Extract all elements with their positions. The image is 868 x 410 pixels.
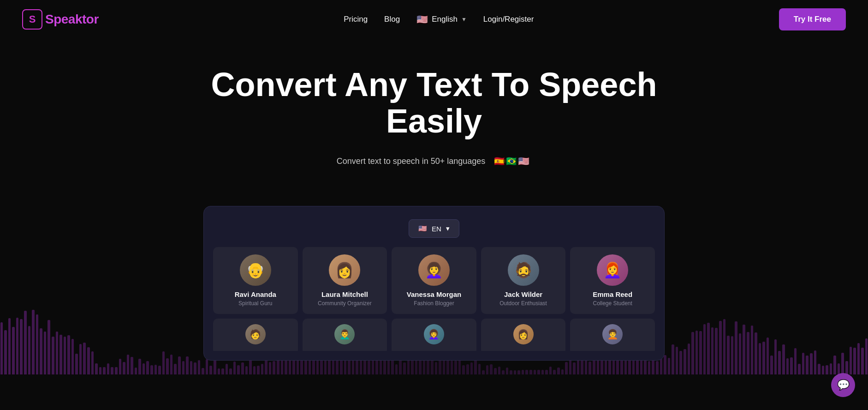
wave-bar	[182, 361, 185, 375]
wave-bar	[269, 362, 272, 374]
panel-lang-dropdown[interactable]: 🇺🇸 EN ▾	[409, 219, 459, 238]
nav-links: Pricing Blog 🇺🇸 English ▼ Login/Register	[344, 14, 534, 25]
wave-bar	[541, 370, 544, 375]
wave-bar	[486, 365, 489, 374]
wave-bar	[155, 365, 157, 375]
hero-title: Convert Any Text To Speech Easily	[180, 66, 688, 139]
nav-item-pricing[interactable]: Pricing	[344, 15, 368, 24]
voice-grid-row2: 🧑 👨‍🦱 👩‍🦱 👩 🧑‍🦱	[213, 319, 655, 351]
wave-bar	[549, 367, 552, 374]
voice-card-vanessa[interactable]: 👩‍🦱 Vanessa Morgan Fashion Blogger	[392, 247, 476, 314]
wave-bar	[830, 363, 832, 374]
chat-icon: 💬	[837, 379, 850, 391]
logo-text: Speaktor	[45, 12, 99, 27]
login-link[interactable]: Login/Register	[483, 15, 534, 24]
voice-card-jack[interactable]: 🧔 Jack Wilder Outdoor Enthusiast	[481, 247, 566, 314]
wave-bar	[198, 360, 201, 374]
wave-bar	[573, 362, 576, 374]
voice-name-ravi: Ravi Ananda	[219, 290, 292, 298]
voice-card-v7[interactable]: 👨‍🦱	[303, 319, 387, 351]
wave-bar	[435, 362, 438, 375]
wave-bar	[845, 361, 848, 374]
logo-icon: S	[22, 9, 42, 30]
wave-bar	[798, 364, 801, 374]
wave-bar	[490, 364, 493, 375]
voice-card-v10[interactable]: 🧑‍🦱	[570, 319, 655, 351]
wave-bar	[138, 359, 141, 374]
panel-lang-flag: 🇺🇸	[418, 224, 427, 233]
wave-bar	[462, 365, 465, 374]
wave-bar	[494, 368, 497, 374]
wave-bar	[624, 360, 627, 374]
wave-bar	[545, 370, 548, 375]
wave-bar	[620, 360, 623, 375]
wave-bar	[818, 364, 820, 375]
logo-letter: S	[29, 13, 36, 25]
wave-bar	[652, 359, 654, 374]
wave-bar	[249, 359, 252, 374]
voice-panel: 🇺🇸 EN ▾ 👴 Ravi Ananda Spiritual Guru 👩 L…	[203, 206, 665, 361]
wave-bar	[257, 366, 260, 374]
wave-bar	[506, 368, 509, 375]
voice-card-v9[interactable]: 👩	[481, 319, 566, 351]
chevron-down-icon: ▼	[461, 16, 467, 23]
voice-card-v6[interactable]: 🧑	[213, 319, 298, 351]
wave-bar	[202, 368, 204, 374]
wave-bar	[517, 370, 520, 375]
wave-bar	[233, 362, 236, 374]
wave-bar	[218, 368, 220, 375]
wave-bar	[636, 360, 639, 375]
nav-item-login[interactable]: Login/Register	[483, 15, 534, 24]
wave-bar	[656, 361, 659, 375]
wave-bar	[135, 368, 137, 375]
wave-bar	[253, 366, 256, 374]
voice-card-v8[interactable]: 👩‍🦱	[392, 319, 476, 351]
wave-bar	[466, 364, 469, 375]
voice-grid-row1: 👴 Ravi Ananda Spiritual Guru 👩 Laura Mit…	[213, 247, 655, 314]
navbar: S Speaktor Pricing Blog 🇺🇸 English ▼ Log…	[0, 0, 868, 39]
wave-bar	[158, 366, 161, 374]
avatar-v10: 🧑‍🦱	[602, 324, 623, 344]
wave-bar	[99, 367, 102, 375]
wave-bar	[206, 359, 208, 375]
language-selector[interactable]: 🇺🇸 English ▼	[416, 14, 467, 25]
wave-bar	[529, 370, 532, 374]
wave-bar	[229, 368, 232, 374]
wave-bar	[553, 370, 556, 375]
voice-name-laura: Laura Mitchell	[308, 290, 382, 298]
wave-bar	[482, 370, 485, 375]
wave-bar	[174, 364, 177, 375]
avatar-ravi: 👴	[240, 254, 271, 286]
nav-item-blog[interactable]: Blog	[384, 15, 400, 24]
wave-bar	[478, 364, 481, 375]
wave-bar	[237, 365, 240, 374]
wave-bar	[561, 369, 564, 375]
wave-bar	[822, 366, 825, 374]
voice-name-jack: Jack Wilder	[487, 290, 560, 298]
logo[interactable]: S Speaktor	[22, 9, 99, 30]
hero-subtitle-row: Convert text to speech in 50+ languages …	[9, 153, 859, 169]
chat-bubble-button[interactable]: 💬	[831, 373, 855, 397]
avatar-v8: 👩‍🦱	[424, 324, 444, 344]
wave-bar	[261, 364, 264, 374]
voice-role-emma: College Student	[576, 300, 649, 307]
voice-role-ravi: Spiritual Guru	[219, 300, 292, 307]
avatar-vanessa: 👩‍🦱	[418, 254, 450, 286]
pricing-link[interactable]: Pricing	[344, 15, 368, 24]
wave-bar	[498, 367, 501, 374]
avatar-v7: 👨‍🦱	[334, 324, 355, 344]
panel-lang-selector-wrap: 🇺🇸 EN ▾	[213, 219, 655, 238]
voice-card-ravi[interactable]: 👴 Ravi Ananda Spiritual Guru	[213, 247, 298, 314]
avatar-v9: 👩	[513, 324, 534, 344]
voice-card-emma[interactable]: 👩‍🦰 Emma Reed College Student	[570, 247, 655, 314]
try-free-button[interactable]: Try It Free	[779, 8, 846, 30]
wave-bar	[103, 367, 106, 375]
wave-bar	[458, 359, 461, 375]
wave-bar	[514, 370, 517, 375]
voice-card-laura[interactable]: 👩 Laura Mitchell Community Organizer	[303, 247, 387, 314]
wave-bar	[143, 363, 145, 374]
wave-bar	[525, 370, 528, 374]
voice-role-vanessa: Fashion Blogger	[397, 300, 471, 307]
panel-section: 🇺🇸 EN ▾ 👴 Ravi Ananda Spiritual Guru 👩 L…	[0, 206, 868, 361]
blog-link[interactable]: Blog	[384, 15, 400, 24]
